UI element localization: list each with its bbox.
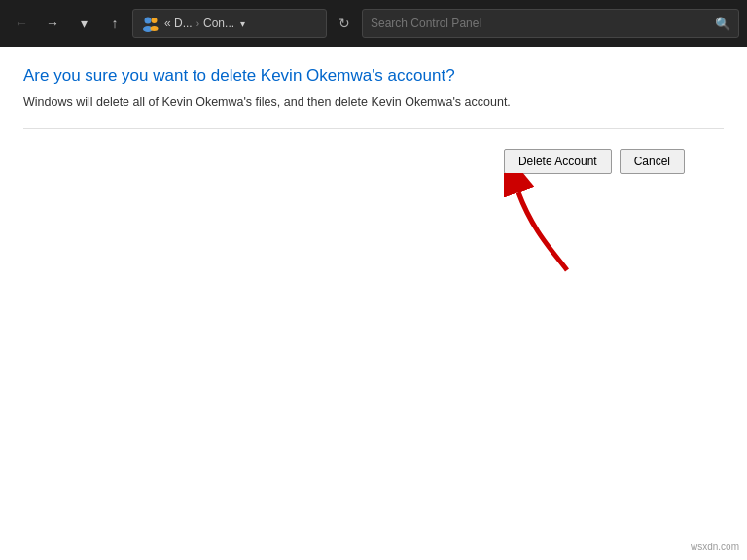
refresh-button[interactable]: ↻: [331, 10, 358, 37]
search-input[interactable]: [371, 17, 709, 30]
watermark-text: wsxdn.com: [691, 542, 739, 552]
back-button[interactable]: ←: [8, 10, 35, 37]
svg-point-3: [151, 26, 159, 31]
users-icon: [141, 14, 160, 33]
up-button[interactable]: ↑: [101, 10, 128, 37]
delete-account-button[interactable]: Delete Account: [504, 149, 612, 174]
search-bar: 🔍: [362, 9, 739, 38]
breadcrumb-part2: Con...: [203, 17, 234, 30]
search-icon: 🔍: [715, 17, 730, 31]
breadcrumb-sep1: ›: [196, 18, 199, 29]
search-icon-button[interactable]: 🔍: [715, 17, 730, 31]
forward-button[interactable]: →: [39, 10, 66, 37]
svg-point-0: [145, 18, 152, 24]
divider: [23, 128, 724, 129]
arrow-annotation: [504, 173, 582, 284]
cancel-button[interactable]: Cancel: [620, 149, 685, 174]
breadcrumb-part1: « D...: [164, 17, 193, 30]
content-area: Are you sure you want to delete Kevin Ok…: [0, 47, 747, 560]
description-text: Windows will delete all of Kevin Okemwa'…: [23, 95, 724, 109]
titlebar: ← → ▾ ↑ « D... › Con... ▾ ↻ 🔍: [0, 0, 747, 47]
breadcrumb-bar[interactable]: « D... › Con... ▾: [132, 9, 327, 38]
confirmation-heading: Are you sure you want to delete Kevin Ok…: [23, 66, 724, 86]
breadcrumb-dropdown-button[interactable]: ▾: [238, 18, 247, 29]
button-row: Delete Account Cancel: [23, 149, 724, 174]
recent-locations-button[interactable]: ▾: [70, 10, 97, 37]
svg-point-2: [152, 18, 158, 23]
